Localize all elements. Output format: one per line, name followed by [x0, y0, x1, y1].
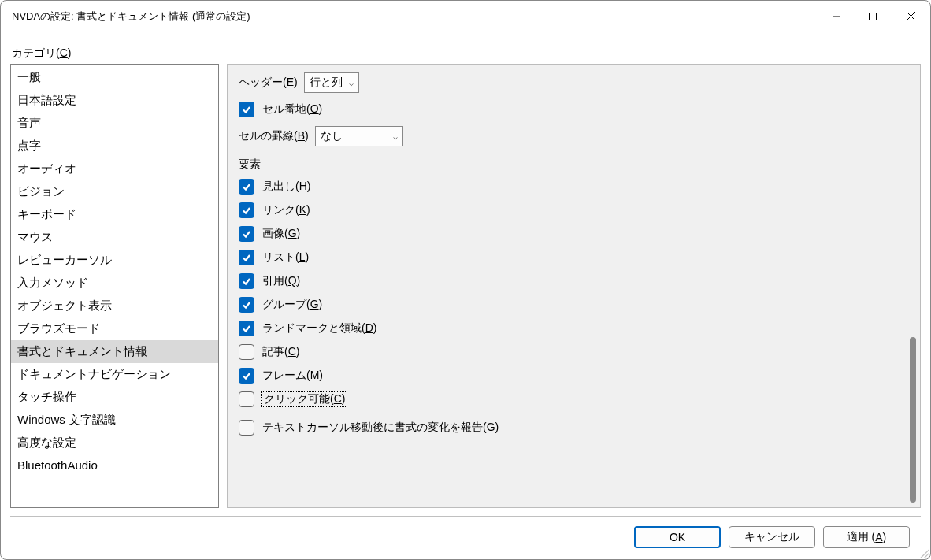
sidebar-item[interactable]: 書式とドキュメント情報	[11, 340, 218, 363]
checkbox-label: 引用(Q)	[262, 274, 300, 288]
clickable-checkbox[interactable]: クリック可能(C)	[239, 388, 895, 411]
sidebar-item[interactable]: 高度な設定	[11, 432, 218, 454]
checkbox-icon	[239, 226, 254, 242]
checkbox-icon	[239, 420, 254, 436]
sidebar-item[interactable]: マウス	[11, 226, 218, 249]
checkbox-label: クリック可能(C)	[262, 392, 347, 406]
checkbox-icon	[239, 202, 254, 218]
sidebar-item[interactable]: BluetoothAudio	[11, 454, 218, 476]
checkbox-icon	[239, 368, 254, 384]
checkbox-label: フレーム(M)	[262, 369, 323, 383]
resize-grip-icon[interactable]	[918, 547, 929, 558]
checkbox-icon	[239, 391, 254, 407]
header-label: ヘッダー(E)	[239, 76, 298, 90]
apply-button[interactable]: 適用 (A)	[823, 526, 910, 548]
dialog-footer: OK キャンセル 適用 (A)	[10, 517, 921, 559]
checkbox-icon	[239, 250, 254, 265]
cell-coord-checkbox[interactable]: セル番地(O)	[239, 98, 895, 121]
sidebar-item[interactable]: 音声	[11, 112, 218, 135]
close-button[interactable]	[891, 2, 930, 32]
checkbox-icon	[239, 179, 254, 195]
sidebar-item[interactable]: オブジェクト表示	[11, 295, 218, 317]
sidebar-item[interactable]: キーボード	[11, 203, 218, 226]
cancel-button[interactable]: キャンセル	[729, 526, 815, 548]
categories-list[interactable]: 一般日本語設定音声点字オーディオビジョンキーボードマウスレビューカーソル入力メソ…	[10, 64, 219, 508]
checkbox-label: 画像(G)	[262, 227, 300, 241]
cell-border-label: セルの罫線(B)	[239, 129, 309, 143]
ok-button[interactable]: OK	[634, 526, 721, 548]
list-checkbox[interactable]: リスト(L)	[239, 246, 895, 269]
header-combo[interactable]: 行と列 ⌵	[304, 72, 359, 93]
group-checkbox[interactable]: グループ(G)	[239, 293, 895, 317]
checkbox-label: セル番地(O)	[262, 102, 322, 117]
cell-border-combo[interactable]: なし ⌵	[315, 126, 403, 146]
link-checkbox[interactable]: リンク(K)	[239, 198, 895, 222]
quote-checkbox[interactable]: 引用(Q)	[239, 269, 895, 293]
heading-checkbox[interactable]: 見出し(H)	[239, 175, 895, 198]
minimize-button[interactable]	[818, 2, 855, 32]
checkbox-label: 見出し(H)	[262, 180, 310, 194]
categories-label: カテゴリ(C)	[12, 46, 921, 61]
report-after-cursor-checkbox[interactable]: テキストカーソル移動後に書式の変化を報告(G)	[239, 416, 895, 439]
titlebar: NVDAの設定: 書式とドキュメント情報 (通常の設定)	[1, 1, 930, 32]
sidebar-item[interactable]: 一般	[11, 66, 218, 89]
scrollbar[interactable]	[906, 65, 920, 507]
sidebar-item[interactable]: タッチ操作	[11, 386, 218, 409]
checkbox-icon	[239, 321, 254, 336]
dialog-content: カテゴリ(C) 一般日本語設定音声点字オーディオビジョンキーボードマウスレビュー…	[1, 32, 930, 559]
sidebar-item[interactable]: 点字	[11, 135, 218, 158]
chevron-down-icon: ⌵	[349, 79, 354, 87]
maximize-button[interactable]	[855, 2, 891, 32]
svg-line-6	[928, 557, 929, 558]
window-title: NVDAの設定: 書式とドキュメント情報 (通常の設定)	[12, 9, 818, 24]
cell-border-row: セルの罫線(B) なし ⌵	[239, 126, 895, 146]
elements-group-label: 要素	[239, 158, 895, 172]
checkbox-label: 記事(C)	[262, 345, 299, 359]
frame-checkbox[interactable]: フレーム(M)	[239, 364, 895, 388]
image-checkbox[interactable]: 画像(G)	[239, 222, 895, 246]
sidebar-item[interactable]: オーディオ	[11, 158, 218, 180]
svg-rect-1	[870, 13, 877, 20]
article-checkbox[interactable]: 記事(C)	[239, 340, 895, 364]
checkbox-label: グループ(G)	[262, 298, 322, 312]
checkbox-icon	[239, 344, 254, 360]
checkbox-label: ランドマークと領域(D)	[262, 321, 376, 336]
checkbox-icon	[239, 297, 254, 313]
sidebar-item[interactable]: ビジョン	[11, 180, 218, 203]
sidebar-item[interactable]: レビューカーソル	[11, 249, 218, 272]
checkbox-label: テキストカーソル移動後に書式の変化を報告(G)	[262, 421, 499, 435]
header-row: ヘッダー(E) 行と列 ⌵	[239, 72, 895, 93]
checkbox-label: リンク(K)	[262, 203, 310, 217]
chevron-down-icon: ⌵	[393, 132, 398, 141]
scrollbar-thumb[interactable]	[910, 337, 916, 503]
checkbox-icon	[239, 102, 254, 117]
settings-panel: ヘッダー(E) 行と列 ⌵ セル番地(O) セルの罫線(B) なし ⌵ 要素 見…	[227, 64, 921, 508]
sidebar-item[interactable]: ドキュメントナビゲーション	[11, 363, 218, 386]
checkbox-label: リスト(L)	[262, 250, 309, 265]
sidebar-item[interactable]: 入力メソッド	[11, 272, 218, 295]
landmark-checkbox[interactable]: ランドマークと領域(D)	[239, 317, 895, 340]
sidebar-item[interactable]: Windows 文字認識	[11, 409, 218, 432]
checkbox-icon	[239, 273, 254, 289]
sidebar-item[interactable]: ブラウズモード	[11, 317, 218, 340]
sidebar-item[interactable]: 日本語設定	[11, 89, 218, 112]
